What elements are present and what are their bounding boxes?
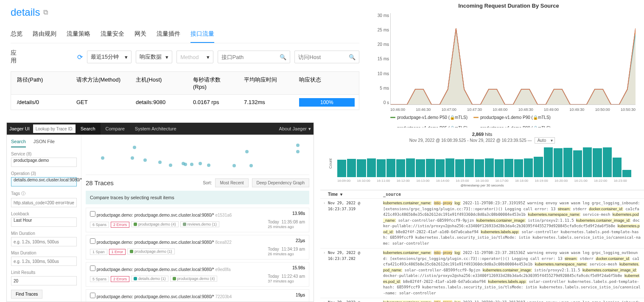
path-input[interactable]: 🔍 <box>218 51 291 63</box>
tab-2[interactable]: 流量策略 <box>67 26 90 43</box>
json-file-tab[interactable]: JSON File <box>34 139 55 147</box>
tags-input[interactable] <box>11 198 77 207</box>
histogram-bar[interactable] <box>504 159 513 177</box>
expand-icon[interactable]: › <box>324 200 328 246</box>
histogram-bar[interactable] <box>475 159 484 177</box>
tags-label: Tags ⓘ <box>11 191 77 197</box>
search-icon[interactable]: 🔍 <box>349 54 356 60</box>
histogram-bar[interactable] <box>445 158 454 177</box>
histogram-bar[interactable] <box>436 159 445 177</box>
histogram-bar[interactable] <box>416 159 425 177</box>
tab-6[interactable]: 接口流量 <box>190 26 214 43</box>
trace-item[interactable]: productpage.demo: productpage.demo.svc.c… <box>86 289 309 302</box>
svg-point-14 <box>296 144 300 147</box>
legend-item[interactable]: productpage-v1.demo P95 (🔒mTLS) <box>390 126 468 127</box>
select-trace-checkbox[interactable] <box>90 211 95 217</box>
trace-item[interactable]: productpage.demo: productpage.demo.svc.c… <box>86 262 309 287</box>
histogram-bar[interactable] <box>357 159 366 177</box>
histogram-bar[interactable] <box>622 170 631 177</box>
log-row[interactable]: ›Nov 29, 2022 @ 16:23:37.319kubernetes.c… <box>320 198 644 248</box>
histogram-bar[interactable] <box>495 159 504 177</box>
operation-select[interactable]: details.demo.svc.cluster.local:9080/* <box>11 177 77 186</box>
chevron-down-icon: ▾ <box>165 54 168 60</box>
histogram-bar[interactable] <box>337 160 346 177</box>
ddg-button[interactable]: Deep Dependency Graph <box>252 178 309 187</box>
histogram-bar[interactable] <box>554 148 563 177</box>
histogram[interactable]: Count <box>337 145 631 177</box>
refresh-icon[interactable]: ⟳ <box>77 53 83 61</box>
find-traces-button[interactable]: Find Traces <box>11 290 42 299</box>
chart-legend: productpage-v1.demo P50 (🔒mTLS)productpa… <box>390 115 627 127</box>
expand-icon[interactable]: › <box>324 250 328 296</box>
interval-select[interactable]: Auto ▾ <box>535 137 555 144</box>
trace-id-input[interactable] <box>33 124 76 133</box>
plot-area <box>390 13 636 105</box>
time-range-select[interactable]: 最近15分钟▾ <box>87 51 132 63</box>
legend-item[interactable]: productpage-v1.demo P50 (🔒mTLS) <box>390 115 468 120</box>
search-icon[interactable]: 🔍 <box>280 54 286 60</box>
histogram-bar[interactable] <box>613 158 622 177</box>
title-text: details <box>11 6 40 18</box>
histogram-bar[interactable] <box>524 158 533 177</box>
expand-icon[interactable]: › <box>324 300 328 302</box>
histogram-bar[interactable] <box>485 158 494 177</box>
histogram-bar[interactable] <box>465 159 474 177</box>
histogram-bar[interactable] <box>386 159 395 177</box>
service-label: Service (8) <box>11 152 77 156</box>
select-trace-checkbox[interactable] <box>90 293 95 298</box>
select-trace-checkbox[interactable] <box>90 238 95 244</box>
histogram-bar[interactable] <box>347 159 356 177</box>
histogram-bar[interactable] <box>396 159 405 177</box>
histogram-bar[interactable] <box>377 159 386 177</box>
histogram-bar[interactable] <box>573 150 582 177</box>
legend-item[interactable]: productpage-v1.demo P90 (🔒mTLS) <box>473 115 551 120</box>
cell-path: /details/0 <box>11 95 70 110</box>
histogram-bar[interactable] <box>583 147 592 177</box>
table-row[interactable]: /details/0 GET details:9080 0.0167 rps 7… <box>11 94 359 110</box>
limit-input[interactable] <box>11 276 77 285</box>
histogram-bar[interactable] <box>514 159 523 177</box>
trace-item[interactable]: productpage.demo: productpage.demo.svc.c… <box>86 208 309 232</box>
column-header: 请求方法(Method) <box>70 72 130 94</box>
mindur-label: Min Duration <box>11 231 77 236</box>
lookback-select[interactable]: Last Hour <box>11 217 77 227</box>
histogram-bar[interactable] <box>603 147 612 177</box>
lookback-label: Lookback <box>11 212 77 216</box>
duration-chart: Incoming Request Duration By Source 30 m… <box>373 0 644 127</box>
histogram-bar[interactable] <box>455 159 464 177</box>
select-trace-checkbox[interactable] <box>90 265 95 271</box>
sort-select[interactable]: Most Recent <box>215 178 248 187</box>
tab-4[interactable]: 网关 <box>134 26 146 43</box>
svg-point-1 <box>131 156 134 160</box>
host-input[interactable]: 🔍 <box>294 51 359 63</box>
histogram-bar[interactable] <box>534 157 543 177</box>
tab-0[interactable]: 总览 <box>11 26 22 43</box>
tab-5[interactable]: 流量插件 <box>157 26 180 43</box>
log-row[interactable]: ›Nov 29, 2022 @ 16:23:37.282kubernetes.c… <box>320 248 644 298</box>
histogram-bar[interactable] <box>563 148 572 177</box>
svg-point-12 <box>245 150 249 153</box>
search-tab[interactable]: Search <box>11 139 26 147</box>
histogram-bar[interactable] <box>426 159 435 177</box>
maxdur-input[interactable] <box>11 257 77 266</box>
method-select[interactable]: Method▾ <box>176 51 213 63</box>
trace-item[interactable]: productpage.demo: productpage.demo.svc.c… <box>86 235 309 260</box>
mindur-input[interactable] <box>11 237 77 246</box>
histogram-bar[interactable] <box>367 158 376 177</box>
histogram-bar[interactable] <box>406 158 415 177</box>
col-time[interactable]: Time ▾ <box>328 192 383 197</box>
tab-1[interactable]: 路由规则 <box>33 26 56 43</box>
histogram-bar[interactable] <box>593 148 602 177</box>
copy-icon[interactable]: ⧉ <box>43 8 48 16</box>
legend-item[interactable]: productpage-v1.demo P99 (🔒mTLS) <box>473 126 551 127</box>
about-link[interactable]: About Jaeger▾ <box>279 126 311 132</box>
jaeger-logo: Jaeger UI <box>9 126 30 131</box>
nav-search[interactable]: Search <box>76 123 101 135</box>
nav-compare[interactable]: Compare <box>101 123 130 135</box>
histogram-bar[interactable] <box>544 147 553 177</box>
tab-3[interactable]: 流量安全 <box>101 26 124 43</box>
nav-system architecture[interactable]: System Architecture <box>130 123 182 135</box>
response-data-select[interactable]: 响应数据▾ <box>136 51 172 63</box>
log-row[interactable]: ›Nov 29, 2022 @ 16:23:37.282kubernetes.c… <box>320 298 644 302</box>
service-select[interactable]: productpage.demo <box>11 158 77 167</box>
